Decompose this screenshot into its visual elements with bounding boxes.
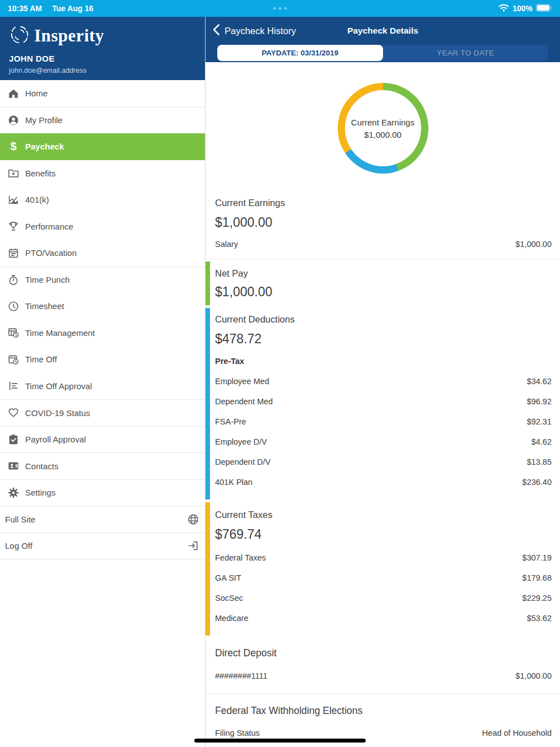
calendar-icon bbox=[7, 247, 20, 259]
back-button[interactable]: Paycheck History bbox=[213, 24, 296, 38]
current-deductions-section: Current Deductions $478.72 Pre-Tax Emplo… bbox=[206, 308, 560, 499]
sidebar-menu: Home My Profile $ Paycheck Benefits 401(… bbox=[0, 80, 205, 559]
donut-center-label: Current Earnings bbox=[351, 118, 414, 127]
brand-name: Insperity bbox=[34, 26, 104, 46]
sidebar-item-my-profile[interactable]: My Profile bbox=[0, 107, 205, 134]
tab-year-to-date[interactable]: YEAR TO DATE bbox=[383, 45, 549, 61]
status-bar: 10:35 AM Tue Aug 16 100% bbox=[0, 0, 560, 17]
section-amount: $478.72 bbox=[215, 332, 552, 347]
direct-deposit-section: Direct Deposit ########1111 $1,000.00 bbox=[206, 636, 560, 694]
sidebar-item-settings[interactable]: Settings bbox=[0, 479, 205, 506]
line-item: Medicare$53.62 bbox=[215, 614, 552, 623]
line-item: Dependent D/V$13.85 bbox=[215, 457, 552, 466]
clock-icon bbox=[7, 300, 20, 312]
grid-clock-icon bbox=[7, 326, 20, 339]
line-item: Federal Taxes$307.19 bbox=[215, 553, 552, 562]
taxes-color-bar bbox=[206, 502, 210, 636]
current-earnings-section: Current Earnings $1,000.00 Salary $1,000… bbox=[206, 198, 560, 259]
home-icon bbox=[7, 87, 20, 100]
line-item: GA SIT$179.68 bbox=[215, 573, 552, 582]
sidebar-item-payroll-approval[interactable]: Payroll Approval bbox=[0, 426, 205, 453]
section-amount: $1,000.00 bbox=[215, 215, 552, 230]
line-item: Salary $1,000.00 bbox=[215, 240, 552, 249]
paydate-ytd-tabs: PAYDATE: 03/31/2019 YEAR TO DATE bbox=[217, 45, 548, 61]
sidebar-item-401k[interactable]: 401(k) bbox=[0, 186, 205, 213]
current-taxes-section: Current Taxes $769.74 Federal Taxes$307.… bbox=[206, 502, 560, 636]
section-amount: $769.74 bbox=[215, 527, 552, 542]
sidebar-item-log-off[interactable]: Log Off bbox=[0, 533, 205, 559]
sidebar-item-pto-vacation[interactable]: PTO/Vacation bbox=[0, 240, 205, 267]
section-title: Current Taxes bbox=[215, 510, 552, 520]
profile-icon bbox=[7, 114, 20, 127]
section-title: Federal Tax Withholding Elections bbox=[215, 705, 552, 717]
sidebar-item-covid-19-status[interactable]: COVID-19 Status bbox=[0, 399, 205, 426]
sidebar-item-time-off-approval[interactable]: Time Off Approval bbox=[0, 373, 205, 400]
net-pay-color-bar bbox=[206, 262, 210, 305]
sidebar-item-home[interactable]: Home bbox=[0, 80, 205, 107]
benefits-folder-icon bbox=[7, 167, 20, 179]
sidebar-item-time-off[interactable]: Time Off bbox=[0, 346, 205, 373]
sidebar-header: Insperity JOHN DOE john.doe@email.addres… bbox=[0, 17, 205, 80]
sidebar-item-time-management[interactable]: Time Management bbox=[0, 320, 205, 347]
sidebar-item-contacts[interactable]: Contacts bbox=[0, 452, 205, 479]
donut-chart: Current Earnings $1,000.00 bbox=[338, 83, 428, 174]
status-date: Tue Aug 16 bbox=[52, 4, 94, 13]
masked-account-number: ########1111 bbox=[215, 671, 268, 680]
tab-paydate[interactable]: PAYDATE: 03/31/2019 bbox=[217, 45, 383, 61]
wifi-icon bbox=[498, 4, 509, 13]
back-chevron-icon bbox=[213, 24, 220, 38]
battery-percent: 100% bbox=[512, 4, 533, 13]
status-time: 10:35 AM bbox=[8, 4, 42, 13]
heart-icon bbox=[7, 407, 20, 419]
list-icon bbox=[7, 380, 20, 392]
logout-icon bbox=[187, 540, 199, 552]
user-name: JOHN DOE bbox=[9, 54, 196, 63]
net-pay-section: Net Pay $1,000.00 bbox=[206, 262, 560, 305]
line-item: 401K Plan$236.40 bbox=[215, 478, 552, 487]
line-item: ########1111 $1,000.00 bbox=[215, 671, 552, 680]
section-title: Direct Deposit bbox=[215, 647, 552, 659]
sidebar-item-benefits[interactable]: Benefits bbox=[0, 160, 205, 187]
pre-tax-subheading: Pre-Tax bbox=[215, 357, 552, 366]
menu-divider bbox=[0, 559, 205, 559]
sidebar-item-time-punch[interactable]: Time Punch bbox=[0, 267, 205, 293]
line-item: SocSec$229.25 bbox=[215, 594, 552, 603]
section-title: Current Earnings bbox=[215, 198, 552, 208]
chart-icon bbox=[7, 194, 20, 206]
sidebar-item-full-site[interactable]: Full Site bbox=[0, 506, 205, 533]
home-indicator-handle[interactable] bbox=[194, 739, 366, 743]
sidebar-item-performance[interactable]: Performance bbox=[0, 213, 205, 240]
dollar-icon: $ bbox=[7, 141, 20, 153]
insperity-logo: Insperity bbox=[9, 24, 196, 48]
stopwatch-icon bbox=[7, 274, 20, 286]
line-item: Dependent Med$96.92 bbox=[215, 397, 552, 406]
content-header: Paycheck History Paycheck Details PAYDAT… bbox=[206, 17, 560, 62]
line-item: Employee D/V$4.62 bbox=[215, 437, 552, 446]
gear-icon bbox=[7, 487, 20, 499]
line-item: FSA-Pre$92.31 bbox=[215, 417, 552, 426]
user-email: john.doe@email.address bbox=[9, 67, 196, 74]
line-item: Filing StatusHead of Household bbox=[215, 729, 552, 737]
section-title: Current Deductions bbox=[215, 314, 552, 325]
section-amount: $1,000.00 bbox=[215, 284, 552, 300]
paycheck-details-panel: Current Earnings $1,000.00 Current Earni… bbox=[206, 62, 560, 747]
insperity-swirl-icon bbox=[9, 24, 30, 48]
trophy-icon bbox=[7, 220, 20, 232]
donut-center-value: $1,000.00 bbox=[364, 130, 402, 139]
globe-icon bbox=[187, 513, 199, 525]
section-title: Net Pay bbox=[215, 268, 552, 279]
sidebar-item-timesheet[interactable]: Timesheet bbox=[0, 293, 205, 320]
sidebar-item-paycheck[interactable]: $ Paycheck bbox=[0, 133, 205, 160]
deductions-color-bar bbox=[206, 308, 210, 499]
clipboard-check-icon bbox=[7, 433, 20, 446]
sidebar: Insperity JOHN DOE john.doe@email.addres… bbox=[0, 17, 206, 747]
contact-card-icon bbox=[7, 460, 20, 472]
multitask-dots-icon bbox=[273, 7, 287, 10]
line-item: Employee Med$34.62 bbox=[215, 377, 552, 386]
battery-icon bbox=[536, 4, 552, 13]
calendar-clock-icon bbox=[7, 353, 20, 366]
